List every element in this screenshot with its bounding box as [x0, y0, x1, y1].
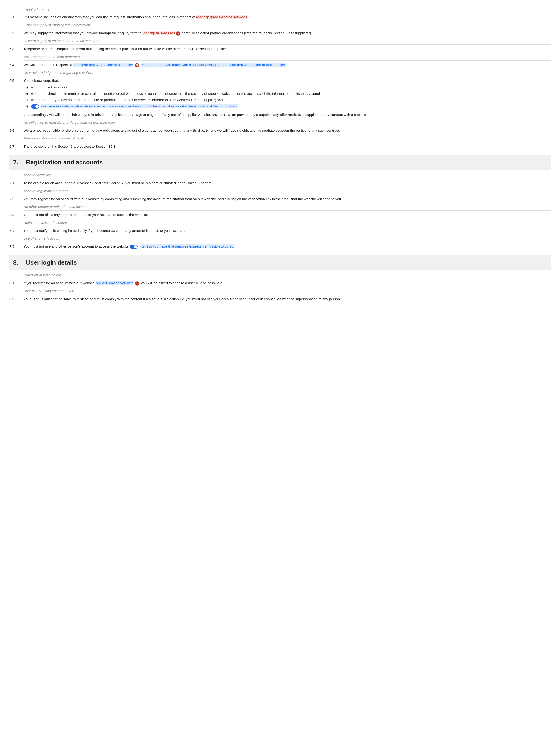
divider [23, 210, 551, 210]
divider [23, 76, 551, 77]
clause-7-5-text: You must not use any other person's acco… [23, 244, 551, 249]
divider [23, 44, 551, 45]
clause-7-5-num: 7.5 [9, 244, 23, 249]
section-8-num: 8. [13, 258, 22, 267]
clause-6-6-text: We are not responsible for the enforceme… [23, 128, 551, 133]
clause-7-1: 7.1 To be eligible for an account on our… [9, 180, 551, 185]
clause-7-4-text: You must notify us in writing immediatel… [23, 228, 551, 233]
divider [23, 242, 551, 242]
onward-supply-label: Onward supply of enquiry form informatio… [23, 22, 551, 28]
clause-6-7-num: 6.7 [9, 144, 23, 149]
clause-6-6-num: 6.6 [9, 128, 23, 133]
list-item-d: (d) our website contains information pro… [23, 104, 551, 109]
provision-label: Provision subject to limitations of liab… [23, 136, 551, 141]
account-reg-label: Account registration process [23, 188, 551, 193]
section-7-num: 7. [13, 158, 22, 167]
clause-8-1-num: 8.1 [9, 280, 23, 286]
clause-6-6: 6.6 We are not responsible for the enfor… [9, 128, 551, 133]
divider [23, 295, 551, 295]
list-item-c: (c) we are not party to any contract for… [23, 97, 551, 103]
clause-7-1-text: To be eligible for an account on our web… [23, 180, 551, 185]
no-other-person-label: No other person permitted to use account [23, 204, 551, 209]
clause-8-1-text: If you register for an account with our … [23, 280, 551, 286]
account-eligibility-label: Account eligibility [23, 172, 551, 178]
section-7-heading-row: 7. Registration and accounts [13, 158, 547, 167]
clause-7-3-num: 7.3 [9, 212, 23, 217]
acknowledgement-label: Acknowledgement of lead generation fee [23, 54, 551, 59]
section-7-title: Registration and accounts [26, 158, 103, 167]
divider [23, 126, 551, 126]
clause-6-1: 6.1 Our website includes an enquiry form… [9, 14, 551, 20]
clause-6-2-text: We may supply the information that you p… [23, 30, 551, 36]
clause-8-2: 8.2 Your user ID must not be liable to m… [9, 296, 551, 302]
or-badge-6-2: or [176, 31, 180, 35]
provision-login-label: Provision of login details [23, 272, 551, 278]
clause-6-4-text: We will earn a fee in respect of each le… [23, 62, 551, 67]
clause-6-2-num: 6.2 [9, 30, 23, 36]
userid-rules-label: User ID rules and impersonation [23, 288, 551, 294]
clause-7-1-num: 7.1 [9, 180, 23, 185]
enquiry-form-use-label: Enquiry form use [23, 7, 551, 12]
user-ack-label: User acknowledgements regarding supplier… [23, 70, 551, 75]
clause-6-4: 6.4 We will earn a fee in respect of eac… [9, 62, 551, 67]
notify-misuse-label: Notify on misuse of account [23, 220, 551, 225]
clause-7-4-num: 7.4 [9, 228, 23, 233]
list-item-b: (b) we do not check, audit, monitor or c… [23, 91, 551, 96]
clause-6-7: 6.7 The provisions of this Section 6 are… [9, 144, 551, 149]
clause-7-2-num: 7.2 [9, 196, 23, 201]
clause-7-3-text: You must not allow any other person to u… [23, 212, 551, 217]
clause-8-2-text: Your user ID must not be liable to misle… [23, 296, 551, 302]
divider [23, 29, 551, 29]
section-7-heading-block: 7. Registration and accounts [9, 155, 551, 170]
divider [23, 226, 551, 227]
clause-6-5: 6.5 You acknowledge that: (a) we do not … [9, 78, 551, 110]
use-another-label: Use of another's account [23, 236, 551, 241]
clause-6-1-text: Our website includes an enquiry form tha… [23, 14, 551, 20]
clause-6-2: 6.2 We may supply the information that y… [9, 30, 551, 36]
divider [23, 60, 551, 61]
clause-6-3-num: 6.3 [9, 46, 23, 51]
clause-7-5: 7.5 You must not use any other person's … [9, 244, 551, 249]
clause-6-3-text: Telephone and email enquiries that you m… [23, 46, 551, 51]
sub-list-6-5: (a) we do not vet suppliers; (b) we do n… [23, 85, 551, 109]
section-8-heading-row: 8. User login details [13, 258, 547, 267]
divider [23, 279, 551, 279]
or-badge-8-1: or [135, 281, 139, 286]
or-badge-6-4: or [135, 63, 139, 67]
divider [23, 194, 551, 195]
clause-8-2-num: 8.2 [9, 296, 23, 302]
divider [23, 178, 551, 179]
onward-telephone-label: Onward supply of telephone and email enq… [23, 38, 551, 43]
toggle-7-5[interactable] [130, 245, 138, 249]
section-8-heading-block: 8. User login details [9, 255, 551, 270]
clause-7-3: 7.3 You must not allow any other person … [9, 212, 551, 217]
clause-8-1: 8.1 If you register for an account with … [9, 280, 551, 286]
no-obligation-label: No obligation to mediate or enforce cont… [23, 120, 551, 125]
clause-6-7-text: The provisions of this Section 6 are sub… [23, 144, 551, 149]
and-paragraph-6-5: and accordingly we will not be liable to… [23, 112, 551, 117]
clause-7-2: 7.2 You may register for an account with… [9, 196, 551, 201]
section-8-title: User login details [26, 258, 77, 267]
divider [23, 142, 551, 142]
toggle-6-5-d[interactable] [31, 105, 39, 109]
clause-6-1-num: 6.1 [9, 14, 23, 20]
clause-6-5-text: You acknowledge that: (a) we do not vet … [23, 78, 551, 110]
clause-6-5-num: 6.5 [9, 78, 23, 83]
clause-6-4-num: 6.4 [9, 62, 23, 67]
list-item-a: (a) we do not vet suppliers; [23, 85, 551, 90]
clause-7-2-text: You may register for an account with our… [23, 196, 551, 201]
clause-6-3: 6.3 Telephone and email enquiries that y… [9, 46, 551, 51]
clause-7-4: 7.4 You must notify us in writing immedi… [9, 228, 551, 233]
